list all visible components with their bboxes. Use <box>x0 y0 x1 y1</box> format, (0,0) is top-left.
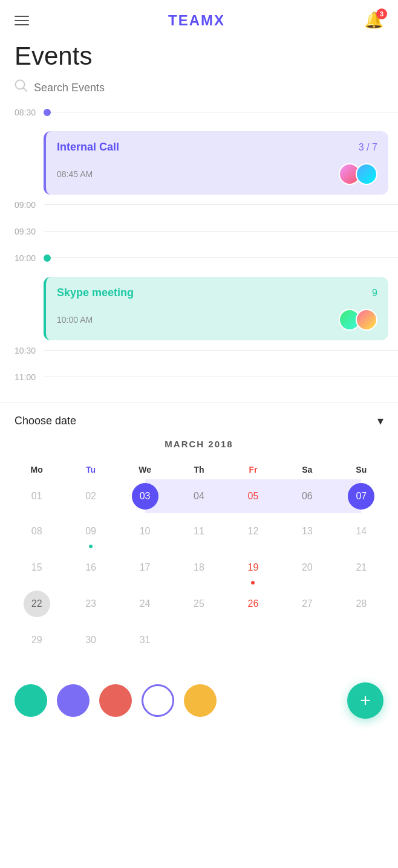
cal-day-16[interactable]: 16 <box>64 549 117 586</box>
cal-day-13[interactable]: 13 <box>280 513 334 549</box>
timeline-line-0930 <box>44 231 398 232</box>
event-title-internal-call: Internal Call <box>57 141 119 154</box>
timeline-line-0830 <box>44 112 398 112</box>
event-count-internal-call: 3 / 7 <box>359 142 377 153</box>
calendar-header-row: Mo Tu We Th Fr Sa Su <box>10 460 388 479</box>
cal-day-05[interactable]: 05 <box>226 479 280 513</box>
cal-day-29[interactable]: 29 <box>10 622 64 658</box>
cal-header-tu: Tu <box>64 460 117 479</box>
timeline: 08:30 Internal Call 3 / 7 08:45 AM 09:00 <box>0 105 398 402</box>
cal-day-06[interactable]: 06 <box>280 479 334 513</box>
cal-day-09[interactable]: 09 <box>64 513 117 549</box>
cal-day-10[interactable]: 10 <box>118 513 172 549</box>
calendar-week-3: 15 16 17 18 19 20 21 <box>10 549 388 586</box>
event-time-internal-call: 08:45 AM <box>57 169 93 179</box>
avatar-2 <box>356 163 377 185</box>
event-title-skype: Skype meeting <box>57 287 134 299</box>
event-card-skype[interactable]: Skype meeting 9 10:00 AM <box>44 277 388 340</box>
cal-day-18[interactable]: 18 <box>172 549 226 586</box>
cal-day-15[interactable]: 15 <box>10 549 64 586</box>
cal-day-17[interactable]: 17 <box>118 549 172 586</box>
cal-day-25[interactable]: 25 <box>172 586 226 622</box>
nav-dot-purple-outline[interactable] <box>142 684 174 717</box>
event-skype-wrapper: Skype meeting 9 10:00 AM <box>0 277 398 340</box>
cal-day-24[interactable]: 24 <box>118 586 172 622</box>
cal-header-we: We <box>118 460 172 479</box>
time-label-1000: 10:00 <box>0 250 44 265</box>
cal-header-su: Su <box>334 460 388 479</box>
cal-day-08[interactable]: 08 <box>10 513 64 549</box>
event-time-skype: 10:00 AM <box>57 315 93 325</box>
page-title: Events <box>0 36 398 79</box>
timeline-row-1030: 10:30 <box>0 343 398 369</box>
cal-day-07[interactable]: 07 <box>334 479 388 513</box>
bottom-nav: + <box>0 670 398 731</box>
nav-dot-yellow[interactable] <box>184 684 217 717</box>
notification-badge: 3 <box>376 8 387 19</box>
nav-dot-teal[interactable] <box>15 684 47 717</box>
cal-day-30[interactable]: 30 <box>64 622 117 658</box>
nav-dot-red[interactable] <box>99 684 132 717</box>
calendar-week-5: 29 30 31 <box>10 622 388 658</box>
header: TEAMX 🔔 3 <box>0 0 398 36</box>
cal-day-26[interactable]: 26 <box>226 586 280 622</box>
hamburger-menu[interactable] <box>15 16 29 25</box>
timeline-dot-purple <box>44 109 51 116</box>
cal-day-01[interactable]: 01 <box>10 479 64 513</box>
time-label-1030: 10:30 <box>0 343 44 357</box>
time-label-0830: 08:30 <box>0 105 44 119</box>
cal-day-11[interactable]: 11 <box>172 513 226 549</box>
timeline-row-0830: 08:30 <box>0 105 398 131</box>
timeline-row-1000: 10:00 <box>0 250 398 277</box>
timeline-row-0900: 09:00 <box>0 197 398 224</box>
search-bar <box>0 79 398 105</box>
cal-day-27[interactable]: 27 <box>280 586 334 622</box>
cal-day-21[interactable]: 21 <box>334 549 388 586</box>
cal-day-31[interactable]: 31 <box>118 622 172 658</box>
cal-day-04[interactable]: 04 <box>172 479 226 513</box>
search-icon <box>15 79 28 96</box>
cal-header-sa: Sa <box>280 460 334 479</box>
time-label-0930: 09:30 <box>0 224 44 238</box>
choose-date-bar[interactable]: Choose date ▾ <box>0 402 398 439</box>
calendar-week-2: 08 09 10 11 12 13 14 <box>10 513 388 549</box>
timeline-line-1000 <box>44 257 398 258</box>
cal-day-28[interactable]: 28 <box>334 586 388 622</box>
event-avatars-skype <box>339 309 377 331</box>
time-label-0900: 09:00 <box>0 197 44 212</box>
plus-icon: + <box>360 691 371 710</box>
timeline-dot-teal <box>44 254 51 262</box>
time-label-1100: 11:00 <box>0 369 44 384</box>
search-input[interactable] <box>34 82 383 94</box>
avatar-4 <box>356 309 377 331</box>
timeline-line-0900 <box>44 204 398 205</box>
cal-day-14[interactable]: 14 <box>334 513 388 549</box>
calendar-month-label: MARCH 2018 <box>10 439 388 449</box>
event-card-internal-call[interactable]: Internal Call 3 / 7 08:45 AM <box>44 131 388 195</box>
calendar-week-4: 22 23 24 25 26 27 28 <box>10 586 388 622</box>
timeline-row-1100: 11:00 <box>0 369 398 396</box>
choose-date-label: Choose date <box>15 415 76 427</box>
dot-09 <box>89 545 93 548</box>
cal-header-th: Th <box>172 460 226 479</box>
chevron-down-icon: ▾ <box>377 413 383 428</box>
cal-day-20[interactable]: 20 <box>280 549 334 586</box>
cal-day-02[interactable]: 02 <box>64 479 117 513</box>
event-count-skype: 9 <box>372 288 377 299</box>
notifications-bell[interactable]: 🔔 3 <box>364 11 383 30</box>
nav-dot-purple[interactable] <box>57 684 90 717</box>
cal-header-mo: Mo <box>10 460 64 479</box>
cal-day-12[interactable]: 12 <box>226 513 280 549</box>
cal-day-19[interactable]: 19 <box>226 549 280 586</box>
calendar: MARCH 2018 Mo Tu We Th Fr Sa Su 01 02 0 <box>0 439 398 670</box>
cal-day-03[interactable]: 03 <box>118 479 172 513</box>
cal-header-fr: Fr <box>226 460 280 479</box>
timeline-row-0930: 09:30 <box>0 224 398 250</box>
timeline-line-1030 <box>44 350 398 351</box>
calendar-grid: Mo Tu We Th Fr Sa Su 01 02 03 <box>10 460 388 658</box>
fab-add-button[interactable]: + <box>347 682 383 719</box>
event-avatars-internal-call <box>339 163 377 185</box>
cal-day-22[interactable]: 22 <box>10 586 64 622</box>
calendar-week-1: 01 02 03 04 05 06 <box>10 479 388 513</box>
cal-day-23[interactable]: 23 <box>64 586 117 622</box>
